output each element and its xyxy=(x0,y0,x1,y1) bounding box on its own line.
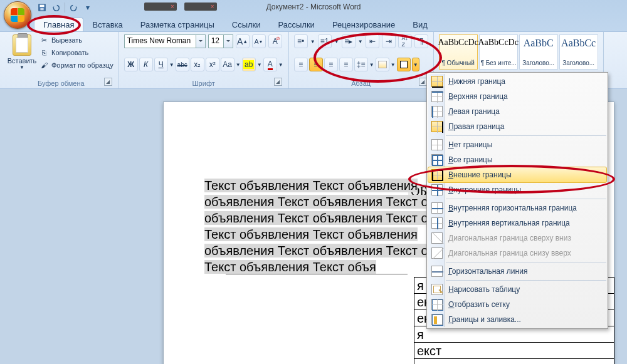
subscript-button[interactable]: x₂ xyxy=(191,58,204,71)
border-menu-left[interactable]: Левая граница xyxy=(428,104,606,119)
italic-button[interactable]: К xyxy=(139,58,153,71)
bullets-arrow-icon[interactable]: ▼ xyxy=(310,34,315,48)
tab-review[interactable]: Рецензирование xyxy=(324,18,404,31)
chevron-down-icon[interactable] xyxy=(196,35,205,48)
font-size-combo[interactable]: 12 xyxy=(208,34,233,48)
border-menu-right[interactable]: Правая граница xyxy=(428,119,606,134)
highlight-arrow-icon[interactable]: ▼ xyxy=(257,58,262,71)
format-painter-button[interactable]: 🖌Формат по образцу xyxy=(39,60,113,71)
increase-indent-button[interactable]: ⇥ xyxy=(382,34,396,48)
superscript-button[interactable]: x² xyxy=(206,58,219,71)
chevron-down-icon[interactable] xyxy=(223,35,233,48)
paste-label: Вставить xyxy=(8,57,37,65)
borders-arrow-icon[interactable]: ▼ xyxy=(412,58,419,71)
numbering-button[interactable]: ≡1 xyxy=(318,34,332,48)
office-button[interactable] xyxy=(4,1,31,29)
bullets-button[interactable]: ≡• xyxy=(294,34,308,48)
border-menu-ih[interactable]: Внутренняя горизонтальная граница xyxy=(428,200,606,216)
grow-font-button[interactable]: A▲ xyxy=(236,34,250,48)
paste-button[interactable]: Вставить ▼ xyxy=(9,34,35,71)
office-logo-icon xyxy=(11,8,24,22)
tab-references[interactable]: Ссылки xyxy=(223,18,270,31)
style-heading2[interactable]: AaBbCcЗаголово... xyxy=(559,34,598,70)
decrease-indent-button[interactable]: ⇤ xyxy=(366,34,379,48)
highlight-button[interactable]: ab xyxy=(242,58,256,71)
border-menu-grid[interactable]: Отобразить сетку xyxy=(428,297,606,312)
border-menu-none[interactable]: Нет границы xyxy=(428,137,606,152)
border-top-icon xyxy=(431,91,443,102)
border-dlg-icon xyxy=(431,314,443,325)
taskbar-preview-1[interactable] xyxy=(144,3,177,11)
border-ih-icon xyxy=(431,202,443,214)
border-menu-inside[interactable]: Внутренние границы xyxy=(428,182,606,197)
numbering-arrow-icon[interactable]: ▼ xyxy=(334,34,339,48)
clipboard-launcher-icon[interactable]: ◢ xyxy=(104,78,112,86)
border-menu-draw[interactable]: Нарисовать таблицу xyxy=(428,282,606,297)
group-label-clipboard: Буфер обмена◢ xyxy=(9,78,113,87)
tab-view[interactable]: Вид xyxy=(404,18,436,31)
align-center-button[interactable]: ≡ xyxy=(309,58,323,71)
border-bottom-icon xyxy=(431,76,443,87)
shrink-font-button[interactable]: A▼ xyxy=(252,34,266,48)
border-menu-iv[interactable]: Внутренняя вертикальная граница xyxy=(428,216,606,231)
strike-button[interactable]: abc xyxy=(176,58,189,71)
border-menu-du: Диагональная граница снизу вверх xyxy=(428,246,606,261)
font-color-button[interactable]: A xyxy=(263,58,277,71)
border-menu-label: Верхняя граница xyxy=(448,92,508,101)
border-menu-dlg[interactable]: Границы и заливка... xyxy=(428,312,606,327)
border-menu-label: Внутренние границы xyxy=(448,185,521,194)
border-all-icon xyxy=(431,154,443,165)
multilevel-button[interactable]: ≡▸ xyxy=(342,34,356,48)
border-menu-bottom[interactable]: Нижняя граница xyxy=(428,74,606,89)
change-case-button[interactable]: Aa xyxy=(221,58,234,71)
style-normal[interactable]: AaBbCcDc¶ Обычный xyxy=(439,34,478,70)
paragraph-launcher-icon[interactable]: ◢ xyxy=(419,78,427,86)
line-spacing-button[interactable]: ‡≡ xyxy=(354,58,368,71)
group-clipboard: Вставить ▼ ✂Вырезать ⎘Копировать 🖌Формат… xyxy=(4,32,119,88)
border-menu-label: Нарисовать таблицу xyxy=(448,285,520,294)
border-menu-label: Правая граница xyxy=(448,122,504,131)
align-justify-button[interactable]: ≡ xyxy=(339,58,353,71)
border-menu-all[interactable]: Все границы xyxy=(428,152,606,167)
group-label-font: Шрифт◢ xyxy=(124,78,283,87)
title-bar: Документ2 - Microsoft Word xyxy=(0,0,627,15)
align-right-button[interactable]: ≡ xyxy=(324,58,338,71)
tab-layout[interactable]: Разметка страницы xyxy=(132,18,223,31)
border-menu-outside[interactable]: Внешние границы xyxy=(428,167,607,183)
align-left-button[interactable]: ≡ xyxy=(294,58,308,71)
copy-button[interactable]: ⎘Копировать xyxy=(39,47,113,58)
spacing-arrow-icon[interactable]: ▼ xyxy=(369,58,374,71)
border-menu-top[interactable]: Верхняя граница xyxy=(428,89,606,104)
borders-dropdown-menu: Нижняя границаВерхняя границаЛевая грани… xyxy=(426,72,608,329)
border-menu-hline[interactable]: Горизонтальная линия xyxy=(428,264,606,279)
borders-button[interactable] xyxy=(397,58,411,71)
case-arrow-icon[interactable]: ▼ xyxy=(236,58,241,71)
sort-button[interactable]: A↓Z xyxy=(398,34,412,48)
border-menu-label: Внутренняя вертикальная граница xyxy=(448,219,570,227)
border-menu-label: Горизонтальная линия xyxy=(448,267,527,276)
border-menu-label: Внешние границы xyxy=(448,170,512,179)
bold-button[interactable]: Ж xyxy=(124,58,138,71)
show-marks-button[interactable]: ¶ xyxy=(414,34,428,48)
shading-arrow-icon[interactable]: ▼ xyxy=(391,58,396,71)
shading-button[interactable] xyxy=(376,58,389,71)
tab-insert[interactable]: Вставка xyxy=(83,18,131,31)
multilevel-arrow-icon[interactable]: ▼ xyxy=(358,34,363,48)
taskbar-preview-2[interactable] xyxy=(184,3,217,11)
tab-home[interactable]: Главная xyxy=(34,18,83,31)
tab-mailings[interactable]: Рассылки xyxy=(270,18,324,31)
underline-arrow-icon[interactable]: ▼ xyxy=(169,58,174,71)
border-draw-icon xyxy=(431,284,443,295)
underline-button[interactable]: Ч xyxy=(154,58,168,71)
style-heading1[interactable]: AaBbCЗаголово... xyxy=(519,34,558,70)
border-left-icon xyxy=(431,106,443,117)
cut-button[interactable]: ✂Вырезать xyxy=(39,34,113,46)
fontcolor-arrow-icon[interactable]: ▼ xyxy=(278,58,283,71)
font-launcher-icon[interactable]: ◢ xyxy=(274,78,282,86)
border-iv-icon xyxy=(431,217,443,229)
clear-format-button[interactable]: A⊘ xyxy=(268,34,282,48)
border-dd-icon xyxy=(431,232,443,244)
font-name-combo[interactable]: Times New Roman xyxy=(124,34,206,48)
border-menu-label: Внутренняя горизонтальная граница xyxy=(448,204,577,212)
style-no-spacing[interactable]: AaBbCcDc¶ Без инте... xyxy=(479,34,518,70)
